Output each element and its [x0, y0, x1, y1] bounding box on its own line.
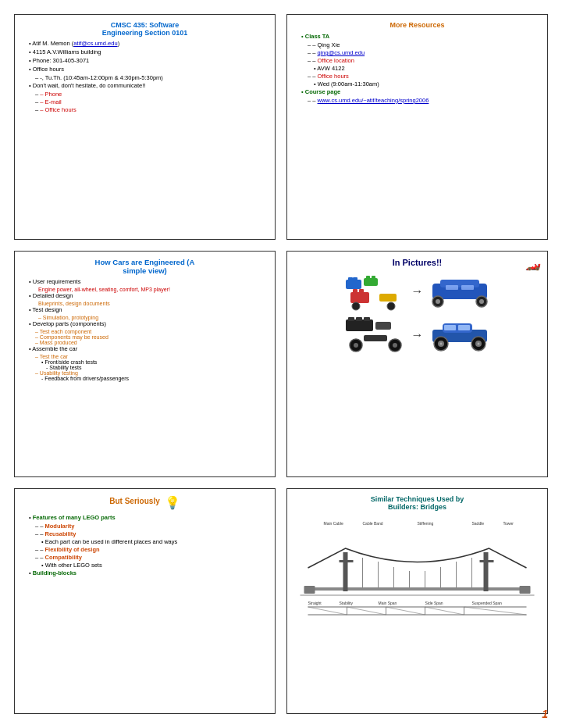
bullet-dont-wait: Don't wait, don't hesitate, do communica… — [29, 82, 267, 89]
svg-rect-8 — [359, 289, 364, 293]
atif-email-link[interactable]: atif@cs.umd.edu — [73, 40, 117, 47]
page-number: 1 — [542, 708, 548, 720]
svg-rect-4 — [366, 276, 370, 279]
office-hours-ta-label: – Office hours — [308, 73, 539, 80]
pictures-row-1: → — [295, 272, 539, 311]
bullet-develop-parts: Develop parts (components) — [29, 320, 267, 327]
slide-5: But Seriously 💡 Features of many LEGO pa… — [14, 488, 276, 714]
svg-rect-20 — [346, 319, 373, 331]
slide-3: How Cars are Engineered (A simple view) … — [14, 251, 276, 476]
contact-office-hours: – Office hours — [35, 106, 267, 113]
svg-text:Suspended Span: Suspended Span — [472, 601, 503, 605]
svg-line-72 — [308, 607, 347, 615]
office-hours-ta-value: Wed (9:00am-11:30am) — [314, 80, 539, 87]
contact-phone: – Phone — [35, 91, 267, 98]
develop-sub2: – Components may be reused — [35, 334, 267, 340]
bullet-building: 4115 A.V.Williams building — [29, 48, 267, 55]
completed-car-side — [429, 316, 491, 355]
slide-3-title: How Cars are Engineered (A simple view) — [23, 258, 267, 275]
bridge-diagram: Main Cable Cable Band Stiffening Saddle … — [295, 517, 539, 619]
sub-modularity: – Modularity — [35, 523, 267, 530]
assemble-sub2: – Usability testing — [35, 370, 267, 376]
bullet-building-blocks: Building-blocks — [29, 569, 267, 576]
usability-sub: - Feedback from drivers/passengers — [41, 376, 267, 381]
svg-point-16 — [436, 299, 440, 304]
svg-text:Main Cable: Main Cable — [324, 521, 344, 526]
svg-rect-21 — [348, 317, 354, 321]
slide-6-title: Similar Techniques Used by Builders: Bri… — [295, 495, 539, 511]
svg-rect-59 — [340, 560, 354, 562]
svg-point-38 — [439, 343, 442, 345]
ta-email: – qing@cs.umd.edu — [308, 49, 539, 56]
compatibility-detail: With other LEGO sets — [41, 562, 267, 569]
page: CMSC 435: Software Engineering Section 0… — [0, 0, 562, 728]
pictures-row-2: → — [295, 316, 539, 355]
ta-email-link[interactable]: qing@cs.umd.edu — [318, 49, 365, 56]
ta-name: – Qing Xie — [308, 41, 539, 48]
detailed-sub: Blueprints, design documents — [38, 301, 267, 306]
bullet-atif: Atif M. Memon (atif@cs.umd.edu) — [29, 40, 267, 47]
svg-rect-18 — [446, 285, 458, 290]
svg-text:Stability: Stability — [340, 601, 354, 605]
slide-6: Similar Techniques Used by Builders: Bri… — [286, 488, 548, 714]
svg-rect-0 — [346, 280, 361, 289]
test-sub: – Simulation, prototyping — [38, 315, 267, 320]
assemble-sub1: – Test the car — [35, 354, 267, 359]
svg-rect-3 — [364, 278, 378, 286]
contact-email: – E-mail — [35, 98, 267, 105]
svg-rect-22 — [356, 317, 362, 321]
slide-2-title: More Resources — [295, 21, 539, 29]
svg-text:Stiffening: Stiffening — [418, 521, 434, 526]
slide-5-title: But Seriously — [109, 497, 159, 505]
svg-text:Main Span: Main Span — [379, 601, 397, 605]
lego-parts-image — [344, 272, 407, 311]
svg-rect-2 — [353, 277, 357, 280]
slide-1-title-line1: CMSC 435: Software — [111, 21, 180, 29]
slide-1: CMSC 435: Software Engineering Section 0… — [14, 14, 276, 240]
svg-rect-5 — [372, 276, 375, 279]
bullet-detailed-design: Detailed design — [29, 292, 267, 299]
svg-rect-29 — [364, 335, 387, 341]
svg-rect-7 — [353, 289, 357, 293]
svg-rect-19 — [461, 285, 474, 290]
svg-rect-23 — [364, 317, 370, 321]
bullet-phone: Phone: 301-405-3071 — [29, 57, 267, 64]
svg-rect-57 — [520, 586, 531, 594]
slide-1-title: CMSC 435: Software Engineering Section 0… — [23, 21, 267, 37]
bullet-class-ta: Class TA — [301, 33, 539, 40]
svg-rect-32 — [444, 325, 456, 330]
svg-point-10 — [387, 302, 395, 310]
svg-text:Tower: Tower — [503, 521, 514, 526]
svg-point-27 — [354, 343, 358, 348]
bullet-course-page: Course page — [301, 88, 539, 95]
svg-rect-1 — [348, 277, 353, 280]
lightbulb-icon: 💡 — [165, 495, 180, 510]
sub-flexibility: – Flexibility of design — [35, 546, 267, 553]
svg-rect-46 — [343, 552, 348, 591]
svg-point-17 — [479, 299, 484, 304]
svg-point-9 — [352, 302, 360, 310]
assembled-car-top — [429, 272, 491, 311]
develop-sub1: – Test each component — [35, 329, 267, 334]
office-location-value: AVW 4122 — [314, 65, 539, 72]
svg-line-75 — [425, 607, 464, 615]
svg-line-73 — [347, 607, 386, 615]
svg-line-74 — [386, 607, 425, 615]
cartoon-icon: 🏎️ — [525, 256, 541, 271]
sub-compatibility: – Compatibility — [35, 554, 267, 561]
arrow-1: → — [410, 284, 425, 298]
develop-sub3: – Mass produced — [35, 340, 267, 345]
course-page-url: – www.cs.umd.edu/~atif/teaching/spring20… — [308, 97, 539, 104]
user-req-sub: Engine power, all-wheel, seating, comfor… — [38, 287, 267, 292]
svg-rect-60 — [480, 560, 494, 562]
bullet-user-req: User requirements — [29, 278, 267, 285]
bullet-test-design: Test design — [29, 306, 267, 313]
office-location-label: – Office location — [308, 57, 539, 64]
svg-rect-33 — [458, 325, 470, 330]
reusability-detail: Each part can be used in different place… — [41, 538, 267, 545]
test-car-sub2: - Stability tests — [46, 365, 267, 370]
course-page-link[interactable]: www.cs.umd.edu/~atif/teaching/spring2006 — [318, 97, 429, 104]
slide-2: More Resources Class TA – Qing Xie – qin… — [286, 14, 548, 240]
svg-point-39 — [477, 343, 479, 345]
black-parts-image — [344, 316, 407, 355]
